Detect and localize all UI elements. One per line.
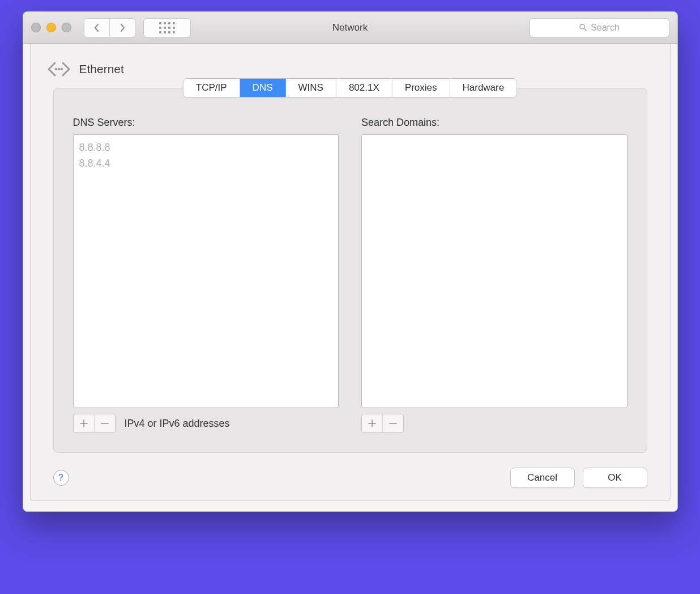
svg-point-2 [54,68,57,71]
show-all-prefs-button[interactable] [143,18,191,37]
add-dns-server-button[interactable] [74,414,95,432]
help-button[interactable]: ? [53,470,69,486]
tab-hardware[interactable]: Hardware [450,79,517,97]
dns-footer-note: IPv4 or IPv6 addresses [125,418,230,430]
dns-servers-add-remove [73,414,116,433]
forward-button[interactable] [110,19,135,37]
advanced-sheet: Ethernet TCP/IP DNS WINS 802.1X Proxies … [30,44,671,501]
search-domains-add-remove [361,414,404,433]
cancel-button[interactable]: Cancel [510,468,575,488]
search-field[interactable]: Search [530,18,669,37]
search-placeholder: Search [591,23,620,33]
dns-servers-column: DNS Servers: 8.8.8.8 8.8.4.4 [73,117,339,433]
interface-name: Ethernet [79,62,124,76]
dns-servers-footer: IPv4 or IPv6 addresses [73,414,339,433]
dns-servers-list[interactable]: 8.8.8.8 8.8.4.4 [73,134,339,408]
svg-line-1 [584,29,587,31]
back-button[interactable] [84,19,110,37]
search-icon [579,23,587,32]
search-domains-list[interactable] [361,134,628,408]
ok-button[interactable]: OK [583,468,647,488]
dns-columns: DNS Servers: 8.8.8.8 8.8.4.4 [73,117,628,433]
chevron-right-icon [119,24,126,32]
tab-dns[interactable]: DNS [240,79,286,97]
nav-back-forward [84,18,135,37]
search-domains-footer [361,414,628,433]
tab-wins[interactable]: WINS [286,79,336,97]
tab-proxies[interactable]: Proxies [392,79,450,97]
settings-panel: TCP/IP DNS WINS 802.1X Proxies Hardware … [53,88,647,453]
plus-icon [368,419,376,427]
network-prefs-window: Network Search Ethernet TCP/IP DNS WINS … [23,11,678,512]
list-item[interactable]: 8.8.4.4 [79,155,333,171]
svg-point-4 [60,68,63,71]
add-search-domain-button[interactable] [362,414,383,432]
minus-icon [101,419,109,427]
remove-dns-server-button[interactable] [95,414,115,432]
window-controls [31,23,71,32]
close-window-icon[interactable] [31,23,41,32]
remove-search-domain-button[interactable] [383,414,403,432]
dns-servers-label: DNS Servers: [73,117,339,129]
tab-tcpip[interactable]: TCP/IP [183,79,240,97]
titlebar: Network Search [23,12,677,44]
bottom-bar: ? Cancel OK [53,468,647,488]
plus-icon [80,419,88,427]
tabbar: TCP/IP DNS WINS 802.1X Proxies Hardware [183,78,517,97]
svg-point-3 [57,68,60,71]
ethernet-icon [46,60,71,79]
zoom-window-icon[interactable] [62,23,71,32]
search-domains-label: Search Domains: [361,117,628,129]
grid-icon [159,22,175,33]
tab-8021x[interactable]: 802.1X [336,79,392,97]
minus-icon [389,419,397,427]
minimize-window-icon[interactable] [46,23,56,32]
search-domains-column: Search Domains: [361,117,628,433]
chevron-left-icon [93,24,100,32]
list-item[interactable]: 8.8.8.8 [79,139,333,155]
